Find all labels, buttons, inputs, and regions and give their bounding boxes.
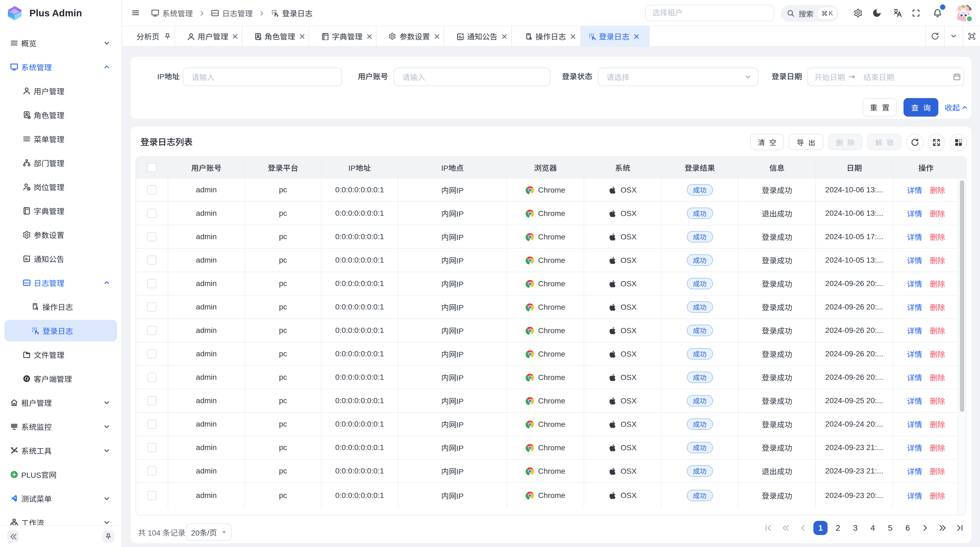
svg-text:DEV: DEV bbox=[213, 12, 218, 15]
svg-text:DEV: DEV bbox=[24, 282, 30, 284]
